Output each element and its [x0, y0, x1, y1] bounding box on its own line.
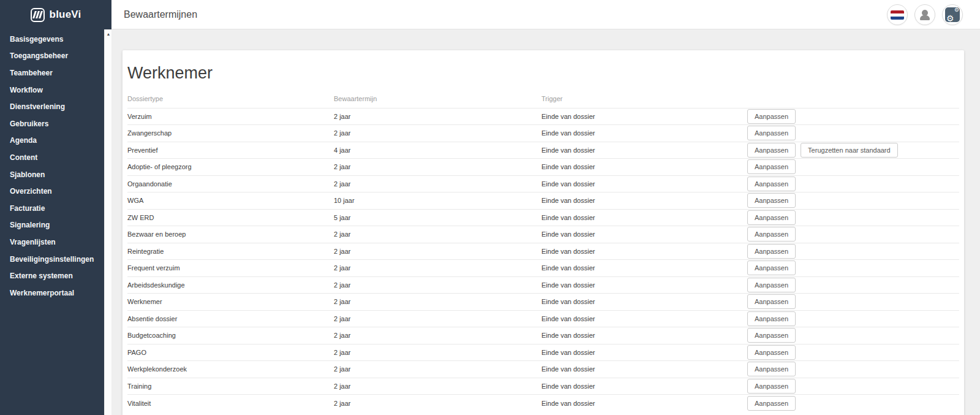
cell-dossiertype: Absentie dossier: [127, 310, 334, 327]
table-row: Bezwaar en beroep 2 jaar Einde van dossi…: [127, 226, 959, 243]
sidebar-item[interactable]: Facturatie: [0, 200, 104, 217]
column-trigger: Trigger: [541, 90, 747, 108]
sidebar-item[interactable]: Agenda: [0, 132, 104, 150]
cell-trigger: Einde van dossier: [541, 108, 747, 125]
table-row: Reintegratie 2 jaar Einde van dossier Aa…: [127, 243, 959, 260]
cell-dossiertype: Frequent verzuim: [127, 260, 334, 277]
table-row: Werkplekonderzoek 2 jaar Einde van dossi…: [127, 361, 959, 378]
aanpassen-button[interactable]: Aanpassen: [747, 109, 796, 124]
sidebar-item[interactable]: Content: [0, 149, 104, 166]
cell-trigger: Einde van dossier: [541, 327, 747, 345]
cell-bewaartermijn: 10 jaar: [334, 192, 541, 210]
retention-table: Dossiertype Bewaartermijn Trigger Verzui…: [127, 90, 959, 411]
table-row: Training 2 jaar Einde van dossier Aanpas…: [127, 378, 959, 395]
cell-trigger: Einde van dossier: [541, 378, 747, 395]
terugzetten-button[interactable]: Terugzetten naar standaard: [801, 143, 898, 158]
sidebar-item[interactable]: Toegangsbeheer: [0, 48, 104, 65]
cell-trigger: Einde van dossier: [541, 276, 747, 294]
cell-bewaartermijn: 2 jaar: [334, 159, 541, 176]
aanpassen-button[interactable]: Aanpassen: [747, 210, 796, 225]
cell-bewaartermijn: 2 jaar: [334, 260, 541, 277]
aanpassen-button[interactable]: Aanpassen: [747, 294, 796, 309]
aanpassen-button[interactable]: Aanpassen: [747, 244, 796, 259]
table-row: Budgetcoaching 2 jaar Einde van dossier …: [127, 327, 959, 345]
cell-trigger: Einde van dossier: [541, 142, 747, 159]
aanpassen-button[interactable]: Aanpassen: [747, 362, 796, 376]
sidebar-item[interactable]: Overzichten: [0, 183, 104, 200]
sidebar-item[interactable]: Dienstverlening: [0, 98, 104, 115]
aanpassen-button[interactable]: Aanpassen: [747, 379, 796, 394]
table-row: Frequent verzuim 2 jaar Einde van dossie…: [127, 260, 959, 277]
table-row: Zwangerschap 2 jaar Einde van dossier Aa…: [127, 125, 959, 142]
aanpassen-button[interactable]: Aanpassen: [747, 227, 796, 242]
sidebar-item[interactable]: Werknemerportaal: [0, 284, 104, 302]
cell-actions: Aanpassen: [747, 361, 959, 378]
cell-dossiertype: Werkplekonderzoek: [127, 361, 334, 378]
aanpassen-button[interactable]: Aanpassen: [747, 193, 796, 208]
content-area: Werknemer Dossiertype Bewaartermijn Trig…: [111, 29, 980, 415]
column-bewaartermijn: Bewaartermijn: [334, 90, 541, 108]
settings-button[interactable]: ⚙⚙: [942, 4, 963, 25]
sidebar-item[interactable]: Teambeheer: [0, 64, 104, 82]
sidebar-item[interactable]: Vragenlijsten: [0, 234, 104, 251]
table-row: Vitaliteit 2 jaar Einde van dossier Aanp…: [127, 395, 959, 412]
sidebar-item[interactable]: Gebruikers: [0, 115, 104, 132]
aanpassen-button[interactable]: Aanpassen: [747, 159, 796, 174]
cell-bewaartermijn: 2 jaar: [334, 361, 541, 378]
settings-gears-icon: ⚙⚙: [945, 7, 960, 22]
aanpassen-button[interactable]: Aanpassen: [747, 311, 796, 326]
sidebar-scrollbar[interactable]: ▲: [104, 29, 111, 415]
cell-bewaartermijn: 2 jaar: [334, 108, 541, 125]
cell-bewaartermijn: 2 jaar: [334, 294, 541, 311]
topbar-actions: ⚙⚙: [887, 2, 963, 27]
sidebar-item[interactable]: Basisgegevens: [0, 31, 104, 48]
cell-actions: Aanpassen: [747, 276, 959, 294]
cell-trigger: Einde van dossier: [541, 395, 747, 412]
sidebar-item[interactable]: Signalering: [0, 217, 104, 234]
cell-bewaartermijn: 5 jaar: [334, 209, 541, 226]
sidebar-item[interactable]: Beveiligingsinstellingen: [0, 251, 104, 268]
user-icon: [919, 10, 930, 20]
cell-trigger: Einde van dossier: [541, 243, 747, 260]
sidebar-item[interactable]: Workflow: [0, 82, 104, 99]
cell-trigger: Einde van dossier: [541, 175, 747, 192]
brand-name: blueVi: [50, 9, 81, 21]
sidebar-items: Basisgegevens Toegangsbeheer Teambeheer …: [0, 31, 104, 302]
retention-card: Werknemer Dossiertype Bewaartermijn Trig…: [123, 50, 964, 415]
aanpassen-button[interactable]: Aanpassen: [747, 261, 796, 275]
table-row: Absentie dossier 2 jaar Einde van dossie…: [127, 310, 959, 327]
language-button[interactable]: [887, 4, 908, 25]
aanpassen-button[interactable]: Aanpassen: [747, 126, 796, 140]
cell-actions: Aanpassen: [747, 209, 959, 226]
cell-actions: Aanpassen: [747, 175, 959, 192]
app-logo[interactable]: blueVi: [0, 0, 111, 29]
cell-bewaartermijn: 2 jaar: [334, 378, 541, 395]
aanpassen-button[interactable]: Aanpassen: [747, 396, 796, 411]
aanpassen-button[interactable]: Aanpassen: [747, 345, 796, 360]
cell-bewaartermijn: 2 jaar: [334, 175, 541, 192]
table-row: Preventief 4 jaar Einde van dossier Aanp…: [127, 142, 959, 159]
cell-bewaartermijn: 2 jaar: [334, 243, 541, 260]
cell-bewaartermijn: 2 jaar: [334, 327, 541, 345]
cell-trigger: Einde van dossier: [541, 226, 747, 243]
cell-dossiertype: Vitaliteit: [127, 395, 334, 412]
sidebar-item[interactable]: Externe systemen: [0, 267, 104, 284]
flag-nl-icon: [891, 10, 904, 20]
cell-actions: Aanpassen: [747, 378, 959, 395]
column-dossiertype: Dossiertype: [127, 90, 334, 108]
cell-trigger: Einde van dossier: [541, 159, 747, 176]
cell-trigger: Einde van dossier: [541, 125, 747, 142]
cell-dossiertype: Arbeidsdeskundige: [127, 276, 334, 294]
cell-actions: Aanpassen: [747, 159, 959, 176]
profile-button[interactable]: [914, 4, 935, 25]
page-title: Bewaartermijnen: [124, 0, 197, 29]
aanpassen-button[interactable]: Aanpassen: [747, 143, 796, 158]
cell-actions: Aanpassen: [747, 108, 959, 125]
aanpassen-button[interactable]: Aanpassen: [747, 177, 796, 191]
cell-bewaartermijn: 2 jaar: [334, 226, 541, 243]
aanpassen-button[interactable]: Aanpassen: [747, 328, 796, 343]
aanpassen-button[interactable]: Aanpassen: [747, 278, 796, 292]
cell-trigger: Einde van dossier: [541, 260, 747, 277]
sidebar-item[interactable]: Sjablonen: [0, 166, 104, 183]
cell-dossiertype: WGA: [127, 192, 334, 210]
